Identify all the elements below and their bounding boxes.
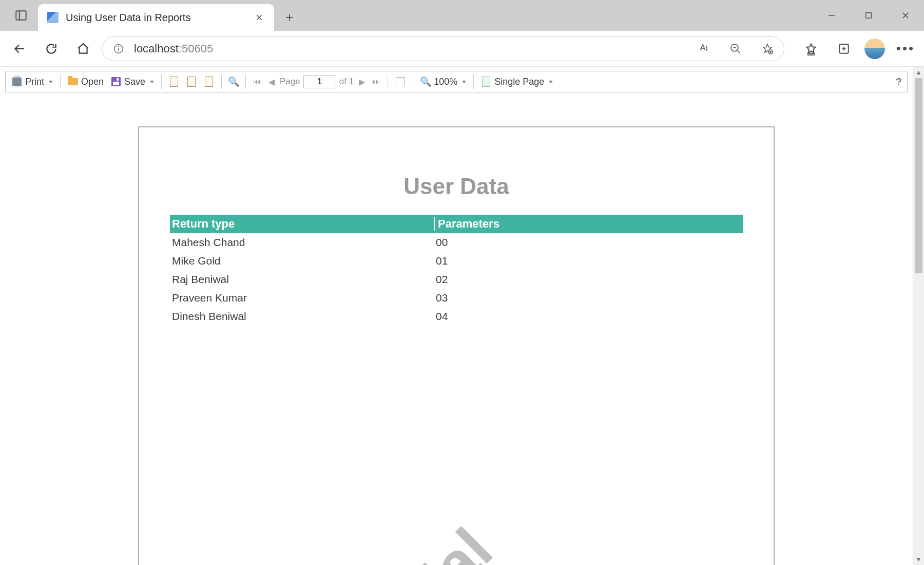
save-button[interactable]: Save <box>109 76 156 88</box>
cell-code: 02 <box>435 273 448 286</box>
url-host: localhost <box>134 42 179 55</box>
tab-actions-button[interactable] <box>4 0 38 31</box>
magnifier-icon: 🔍 <box>420 77 431 87</box>
view-mode-label: Single Page <box>494 77 544 87</box>
prev-page-button[interactable]: ◀ <box>266 76 277 88</box>
svg-line-16 <box>737 50 740 53</box>
tab-strip: Using User Data in Reports <box>0 0 302 31</box>
print-label: Print <box>25 77 44 87</box>
address-bar[interactable]: localhost:50605 <box>102 36 784 61</box>
page-label: Page <box>280 77 300 87</box>
last-page-button[interactable]: ⏭ <box>370 76 382 87</box>
scroll-down-button[interactable]: ▼ <box>913 554 924 565</box>
report-table: Return type Parameters Mahesh Chand00Mik… <box>170 215 743 326</box>
single-page-icon <box>481 77 491 87</box>
active-tab[interactable]: Using User Data in Reports <box>38 4 274 31</box>
tab-title: Using User Data in Reports <box>66 12 244 24</box>
caret-down-icon <box>549 81 553 83</box>
watermark-text: ial <box>407 514 506 565</box>
caret-down-icon <box>150 81 154 83</box>
cell-code: 01 <box>435 255 448 267</box>
table-row: Praveen Kumar03 <box>170 289 743 307</box>
svg-rect-0 <box>16 11 26 20</box>
cell-name: Praveen Kumar <box>170 292 435 304</box>
col-header-returntype: Return type <box>170 217 435 231</box>
window-controls <box>813 0 924 31</box>
next-page-button[interactable]: ▶ <box>357 76 367 88</box>
title-bar: Using User Data in Reports <box>0 0 924 31</box>
doc2-button[interactable] <box>184 76 199 88</box>
doc1-button[interactable] <box>167 76 181 88</box>
nav-bar: localhost:50605 ••• <box>0 31 924 67</box>
first-page-button[interactable]: ⏮ <box>251 76 263 87</box>
page-number-input[interactable] <box>303 75 336 88</box>
multipage-icon <box>395 77 406 87</box>
minimize-button[interactable] <box>813 0 850 31</box>
cell-code: 04 <box>435 310 448 323</box>
new-tab-button[interactable] <box>277 5 302 30</box>
url-text: localhost:50605 <box>134 42 213 55</box>
site-info-icon[interactable] <box>112 43 125 55</box>
read-aloud-icon[interactable] <box>692 37 715 60</box>
table-row: Mike Gold01 <box>170 252 743 270</box>
save-icon <box>111 77 121 87</box>
table-row: Raj Beniwal02 <box>170 270 743 289</box>
home-button[interactable] <box>70 35 97 62</box>
view-mode-button[interactable]: Single Page <box>479 76 555 88</box>
prev-page-icon: ◀ <box>268 77 275 87</box>
maximize-button[interactable] <box>850 0 887 31</box>
collections-icon[interactable] <box>832 36 856 61</box>
refresh-button[interactable] <box>38 35 65 62</box>
folder-icon <box>68 77 78 87</box>
document-icon <box>204 77 214 87</box>
binoculars-icon: 🔍 <box>229 77 238 86</box>
cell-name: Mahesh Chand <box>170 236 435 249</box>
cell-name: Dinesh Beniwal <box>170 310 435 323</box>
cell-code: 00 <box>435 236 448 249</box>
zoom-out-icon[interactable] <box>724 37 747 60</box>
browser-right-icons: ••• <box>790 36 918 61</box>
report-title: User Data <box>139 174 774 199</box>
report-area: Print Open Save 🔍 ⏮ ◀ Page <box>0 67 924 565</box>
doc3-button[interactable] <box>202 76 216 88</box>
favorite-add-icon[interactable] <box>756 37 779 60</box>
print-button[interactable]: Print <box>10 76 55 88</box>
document-icon <box>169 77 179 87</box>
close-window-button[interactable] <box>887 0 924 31</box>
first-page-icon: ⏮ <box>253 77 261 86</box>
back-button[interactable] <box>6 35 33 62</box>
cell-name: Mike Gold <box>170 255 435 267</box>
profile-avatar[interactable] <box>864 39 885 59</box>
close-tab-button[interactable] <box>252 10 267 25</box>
report-page: User Data Return type Parameters Mahesh … <box>138 126 775 565</box>
report-scroll: Print Open Save 🔍 ⏮ ◀ Page <box>0 67 913 565</box>
zoom-button[interactable]: 🔍 100% <box>418 76 468 88</box>
url-port: :50605 <box>179 42 213 55</box>
svg-point-13 <box>119 46 119 46</box>
caret-down-icon <box>462 81 466 83</box>
scroll-up-button[interactable]: ▲ <box>913 67 924 78</box>
open-button[interactable]: Open <box>66 76 106 88</box>
find-button[interactable]: 🔍 <box>227 76 240 87</box>
report-toolbar: Print Open Save 🔍 ⏮ ◀ Page <box>5 71 908 92</box>
scrollbar-track[interactable] <box>913 78 924 554</box>
last-page-icon: ⏭ <box>372 77 380 86</box>
zoom-value: 100% <box>434 77 457 87</box>
next-page-icon: ▶ <box>359 77 365 87</box>
document-icon <box>186 77 197 87</box>
table-row: Mahesh Chand00 <box>170 233 743 252</box>
open-label: Open <box>81 77 104 87</box>
vertical-scrollbar[interactable]: ▲ ▼ <box>913 67 924 565</box>
col-header-parameters: Parameters <box>435 217 499 231</box>
svg-rect-7 <box>866 13 872 18</box>
table-row: Dinesh Beniwal04 <box>170 307 743 326</box>
save-label: Save <box>124 77 145 87</box>
favorites-icon[interactable] <box>799 36 823 61</box>
cell-code: 03 <box>435 292 448 304</box>
table-header: Return type Parameters <box>170 215 743 233</box>
multipage-button[interactable] <box>393 76 408 88</box>
help-button[interactable]: ? <box>896 76 902 88</box>
more-menu-button[interactable]: ••• <box>893 36 918 61</box>
scrollbar-thumb[interactable] <box>915 78 922 273</box>
cell-name: Raj Beniwal <box>170 273 435 286</box>
